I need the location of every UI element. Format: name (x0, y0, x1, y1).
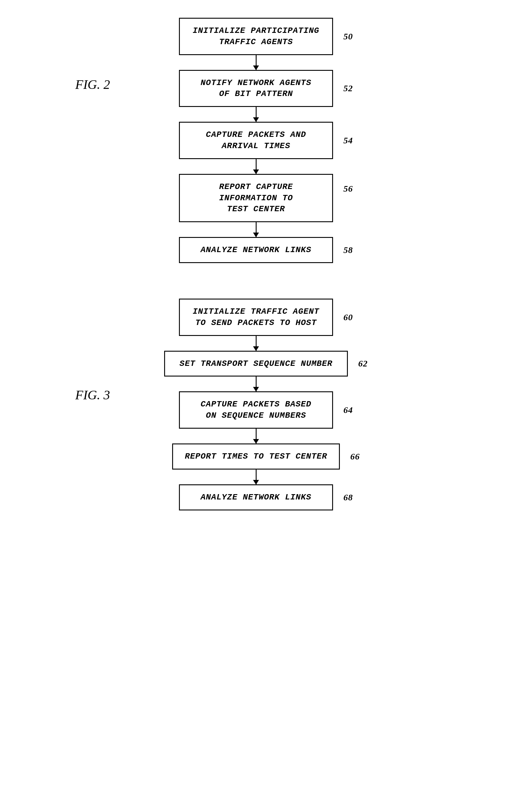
fig3-box-66: REPORT TIMES TO TEST CENTER 66 (172, 443, 340, 469)
fig3-box-60: INITIALIZE TRAFFIC AGENTTO SEND PACKETS … (179, 299, 333, 336)
fig3-label: FIG. 3 (75, 387, 110, 403)
fig2-step-52: NOTIFY NETWORK AGENTSOF BIT PATTERN 52 (123, 70, 389, 122)
fig3-text-66: REPORT TIMES TO TEST CENTER (185, 452, 328, 461)
fig3-arrow-66 (256, 469, 257, 484)
fig2-ref-56: 56 (343, 183, 353, 195)
fig3-arrow-62 (256, 377, 257, 392)
fig2-text-54: CAPTURE PACKETS ANDARRIVAL TIMES (206, 130, 306, 150)
fig3-arrow-64 (256, 429, 257, 443)
fig3-ref-62: 62 (358, 357, 368, 370)
fig3-ref-68: 68 (343, 491, 353, 503)
fig2-arrow-56 (256, 222, 257, 237)
fig2-arrow-52 (256, 107, 257, 122)
fig3-text-60: INITIALIZE TRAFFIC AGENTTO SEND PACKETS … (193, 307, 319, 327)
fig2-text-52: NOTIFY NETWORK AGENTSOF BIT PATTERN (201, 78, 311, 99)
fig2-text-50: INITIALIZE PARTICIPATINGTRAFFIC AGENTS (193, 26, 319, 47)
fig2-ref-50: 50 (343, 30, 353, 43)
fig3-step-68: ANALYZE NETWORK LINKS 68 (123, 484, 389, 511)
fig2-step-54: CAPTURE PACKETS ANDARRIVAL TIMES 54 (123, 122, 389, 174)
fig2-ref-54: 54 (343, 135, 353, 147)
fig3-arrow-60 (256, 336, 257, 351)
fig2-ref-58: 58 (343, 244, 353, 256)
page-container: FIG. 2 INITIALIZE PARTICIPATINGTRAFFIC A… (0, 0, 512, 812)
fig2-arrow-50 (256, 55, 257, 70)
fig3-ref-66: 66 (350, 451, 360, 463)
fig2-step-50: INITIALIZE PARTICIPATINGTRAFFIC AGENTS 5… (123, 18, 389, 70)
fig3-ref-60: 60 (343, 311, 353, 323)
fig3-diagram: FIG. 3 INITIALIZE TRAFFIC AGENTTO SEND P… (123, 299, 389, 511)
fig2-box-50: INITIALIZE PARTICIPATINGTRAFFIC AGENTS 5… (179, 18, 333, 55)
fig3-box-64: CAPTURE PACKETS BASEDON SEQUENCE NUMBERS… (179, 392, 333, 429)
fig2-text-58: ANALYZE NETWORK LINKS (201, 245, 311, 255)
fig2-ref-52: 52 (343, 82, 353, 94)
fig3-step-62: SET TRANSPORT SEQUENCE NUMBER 62 (123, 351, 389, 392)
fig3-ref-64: 64 (343, 404, 353, 416)
fig2-box-56: REPORT CAPTUREINFORMATION TOTEST CENTER … (179, 174, 333, 222)
fig3-text-62: SET TRANSPORT SEQUENCE NUMBER (179, 359, 333, 368)
fig2-box-58: ANALYZE NETWORK LINKS 58 (179, 237, 333, 263)
fig3-step-66: REPORT TIMES TO TEST CENTER 66 (123, 443, 389, 484)
fig3-box-68: ANALYZE NETWORK LINKS 68 (179, 484, 333, 511)
fig2-text-56: REPORT CAPTUREINFORMATION TOTEST CENTER (219, 182, 293, 214)
fig3-box-62: SET TRANSPORT SEQUENCE NUMBER 62 (164, 351, 348, 377)
fig2-box-52: NOTIFY NETWORK AGENTSOF BIT PATTERN 52 (179, 70, 333, 107)
fig2-step-56: REPORT CAPTUREINFORMATION TOTEST CENTER … (123, 174, 389, 237)
fig2-arrow-54 (256, 159, 257, 174)
fig3-step-64: CAPTURE PACKETS BASEDON SEQUENCE NUMBERS… (123, 392, 389, 443)
fig3-step-60: INITIALIZE TRAFFIC AGENTTO SEND PACKETS … (123, 299, 389, 351)
fig2-box-54: CAPTURE PACKETS ANDARRIVAL TIMES 54 (179, 122, 333, 159)
fig3-text-68: ANALYZE NETWORK LINKS (201, 493, 311, 502)
fig2-diagram: FIG. 2 INITIALIZE PARTICIPATINGTRAFFIC A… (123, 18, 389, 263)
fig2-label: FIG. 2 (75, 77, 110, 92)
fig3-text-64: CAPTURE PACKETS BASEDON SEQUENCE NUMBERS (201, 400, 311, 420)
fig2-step-58: ANALYZE NETWORK LINKS 58 (123, 237, 389, 263)
